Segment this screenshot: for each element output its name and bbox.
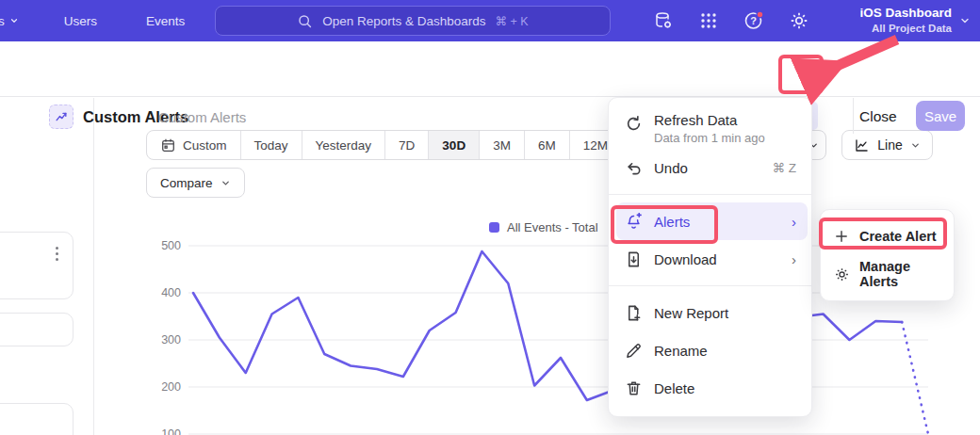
nav-item-events[interactable]: Events [131, 14, 200, 28]
project-scope: All Project Data [859, 22, 952, 35]
nav-partial-label: s [0, 14, 5, 28]
menu-item-new-report[interactable]: New Report [609, 294, 811, 331]
nav-item-users[interactable]: Users [49, 14, 112, 28]
gear-icon [833, 266, 850, 282]
menu-divider [609, 285, 811, 286]
data-management-icon[interactable] [652, 9, 675, 32]
search-placeholder: Open Reports & Dashboards [322, 14, 485, 28]
line-chart-icon [854, 137, 870, 153]
pencil-icon [624, 341, 643, 360]
app-window: 100200300400500 s Users Events Open Repo… [0, 0, 980, 435]
header-divider [853, 98, 854, 134]
close-button[interactable]: Close [859, 108, 897, 125]
menu-item-shortcut: ⌘ Z [773, 160, 797, 175]
apps-grid-icon[interactable] [697, 9, 720, 32]
menu-item-label: Delete [654, 380, 796, 396]
date-range-6m[interactable]: 6M [525, 131, 570, 159]
dashboard-card[interactable] [0, 313, 74, 346]
submenu-item-manage-alerts[interactable]: Manage Alerts [821, 255, 954, 293]
menu-item-label: Undo [654, 160, 761, 176]
menu-divider [609, 194, 811, 195]
chevron-down-icon [9, 16, 19, 25]
menu-item-alerts[interactable]: Alerts › [616, 202, 808, 240]
y-axis-tick: 500 [161, 239, 181, 252]
calendar-icon [160, 137, 176, 153]
download-icon [624, 250, 643, 268]
card-more-icon[interactable] [49, 244, 64, 263]
compare-label: Compare [160, 176, 213, 190]
search-shortcut: ⌘ + K [496, 14, 529, 28]
report-chart-icon [49, 105, 74, 129]
submenu-item-create-alert[interactable]: Create Alert [821, 218, 954, 255]
compare-button[interactable]: Compare [146, 168, 245, 198]
date-range-label: Custom [183, 138, 227, 153]
date-range-control: Custom Today Yesterday 7D 30D 3M 6M 12M [146, 130, 622, 160]
submenu-chevron-icon: › [792, 251, 796, 267]
alert-bell-icon [624, 212, 643, 231]
plus-icon [833, 228, 850, 245]
refresh-text: Refresh Data Data from 1 min ago [654, 112, 765, 145]
dashboard-card[interactable] [0, 232, 74, 299]
menu-item-label: Rename [654, 343, 796, 359]
notification-dot [757, 11, 763, 18]
svg-text:?: ? [750, 15, 757, 26]
chevron-down-icon [910, 140, 921, 151]
menu-item-delete[interactable]: Delete [609, 369, 811, 407]
report-options-menu: Refresh Data Data from 1 min ago Undo ⌘ … [608, 97, 812, 417]
menu-item-refresh-data[interactable]: Refresh Data Data from 1 min ago [609, 104, 811, 149]
chevron-down-icon [220, 178, 231, 188]
submenu-chevron-icon: › [792, 214, 796, 230]
new-report-icon [624, 303, 643, 322]
menu-item-rename[interactable]: Rename [609, 331, 811, 369]
alerts-submenu: Create Alert Manage Alerts [820, 209, 955, 301]
menu-item-label: Alerts [654, 214, 780, 230]
search-icon [297, 13, 313, 29]
undo-icon [624, 158, 643, 177]
submenu-item-label: Create Alert [859, 229, 937, 244]
date-range-today[interactable]: Today [241, 131, 302, 159]
y-axis-tick: 300 [161, 333, 181, 346]
submenu-item-label: Manage Alerts [859, 259, 941, 289]
trash-icon [624, 379, 643, 397]
top-navbar: s Users Events Open Reports & Dashboards… [0, 0, 980, 41]
menu-item-undo[interactable]: Undo ⌘ Z [609, 149, 811, 186]
nav-item-partial[interactable]: s [0, 14, 24, 28]
project-info: iOS Dashboard All Project Data [859, 6, 952, 35]
date-range-7d[interactable]: 7D [385, 131, 429, 159]
refresh-icon [624, 114, 643, 133]
chart-legend[interactable]: All Events - Total [489, 220, 598, 234]
legend-label: All Events - Total [507, 220, 598, 234]
project-name: iOS Dashboard [859, 6, 952, 22]
y-axis-tick: 400 [161, 286, 181, 299]
chart-type-button[interactable]: Line [841, 130, 933, 160]
menu-item-label: Download [654, 251, 780, 267]
date-range-3m[interactable]: 3M [480, 131, 525, 159]
top-nav-items: s Users Events [0, 14, 200, 28]
menu-item-download[interactable]: Download › [609, 240, 811, 278]
y-axis-tick: 200 [161, 380, 181, 394]
help-icon[interactable]: ? [743, 9, 765, 32]
top-nav-icon-group: ? [652, 0, 810, 41]
breadcrumb: Custom Alerts [158, 109, 246, 125]
series-line-dotted [902, 322, 928, 434]
dashboard-card[interactable] [0, 403, 74, 435]
save-button[interactable]: Save [916, 101, 965, 131]
settings-gear-icon[interactable] [788, 9, 810, 32]
menu-item-sublabel: Data from 1 min ago [654, 131, 765, 145]
menu-item-label: New Report [654, 305, 796, 321]
date-range-yesterday[interactable]: Yesterday [302, 131, 386, 159]
date-range-custom[interactable]: Custom [147, 131, 241, 159]
chart-type-label: Line [877, 137, 902, 153]
y-axis-tick: 100 [161, 427, 181, 435]
search-input[interactable]: Open Reports & Dashboards ⌘ + K [215, 6, 611, 36]
report-header: Custom Alerts Custom Alerts GV Duplicate… [0, 41, 980, 97]
date-range-30d-selected[interactable]: 30D [429, 131, 480, 159]
project-switcher[interactable]: iOS Dashboard All Project Data [859, 0, 971, 41]
chevron-down-icon [959, 15, 971, 26]
legend-swatch [489, 222, 499, 233]
menu-item-label: Refresh Data [654, 112, 765, 128]
